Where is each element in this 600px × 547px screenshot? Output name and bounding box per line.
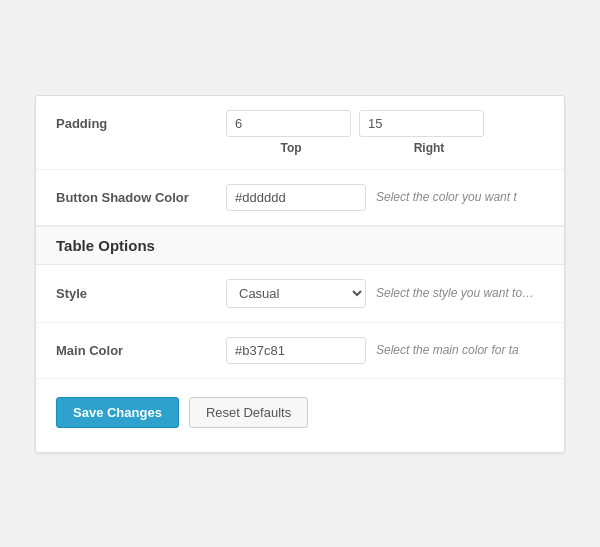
main-color-input[interactable] xyxy=(226,337,366,364)
padding-inputs xyxy=(226,110,484,137)
main-color-description: Select the main color for ta xyxy=(376,343,519,357)
padding-top-input[interactable] xyxy=(226,110,351,137)
style-description: Select the style you want to apply to al… xyxy=(376,286,536,300)
table-options-section-header: Table Options xyxy=(36,226,564,265)
padding-column-labels: Top Right xyxy=(226,141,494,155)
table-options-title: Table Options xyxy=(56,237,155,254)
main-color-label: Main Color xyxy=(56,343,226,358)
right-label: Right xyxy=(364,141,494,155)
reset-defaults-button[interactable]: Reset Defaults xyxy=(189,397,308,428)
style-select[interactable]: Casual Modern Classic Minimal xyxy=(226,279,366,308)
style-row: Style Casual Modern Classic Minimal Sele… xyxy=(36,265,564,323)
padding-label: Padding xyxy=(56,116,226,131)
button-shadow-color-row: Button Shadow Color Select the color you… xyxy=(36,170,564,226)
main-color-row: Main Color Select the main color for ta xyxy=(36,323,564,379)
top-label: Top xyxy=(226,141,356,155)
button-shadow-color-input[interactable] xyxy=(226,184,366,211)
settings-panel: Padding Top Right Button Shadow Color Se… xyxy=(35,95,565,453)
button-shadow-color-description: Select the color you want t xyxy=(376,190,517,204)
actions-row: Save Changes Reset Defaults xyxy=(36,379,564,428)
padding-row: Padding Top Right xyxy=(36,96,564,170)
button-shadow-color-label: Button Shadow Color xyxy=(56,190,226,205)
padding-right-input[interactable] xyxy=(359,110,484,137)
save-changes-button[interactable]: Save Changes xyxy=(56,397,179,428)
style-label: Style xyxy=(56,286,226,301)
